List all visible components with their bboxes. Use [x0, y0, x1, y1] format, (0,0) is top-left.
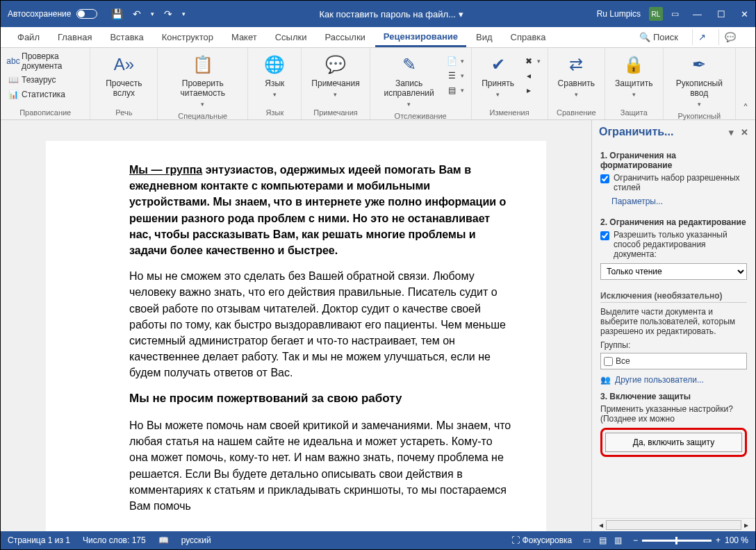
zoom-out-button[interactable]: − [633, 535, 638, 545]
print-layout-icon[interactable]: ▤ [596, 535, 609, 545]
save-icon[interactable]: 💾 [111, 8, 123, 19]
editing-type-select[interactable]: Только чтение [600, 263, 747, 280]
reject-icon: ✖ [523, 56, 534, 67]
section-1-title: 1. Ограничения на форматирование [600, 151, 747, 170]
read-aloud-button[interactable]: A» Прочесть вслух [96, 51, 151, 101]
panel-close-icon[interactable]: ✕ [741, 127, 748, 138]
exceptions-title: Исключения (необязательно) [600, 291, 747, 303]
users-icon: 👥 [600, 375, 611, 385]
spellcheck-status-icon[interactable]: 📖 [158, 535, 169, 545]
language-indicator[interactable]: русский [181, 535, 211, 545]
tab-help[interactable]: Справка [502, 28, 554, 46]
page-indicator[interactable]: Страница 1 из 1 [8, 535, 70, 545]
thesaurus-button[interactable]: 📖Тезаурус [6, 74, 84, 86]
paragraph-3: Но Вы можете помочь нам своей критикой и… [129, 417, 511, 514]
tab-review[interactable]: Рецензирование [375, 28, 466, 47]
link-my-gruppa[interactable]: Мы — группа [129, 164, 202, 176]
limit-formatting-checkbox[interactable]: Ограничить набор разрешенных стилей [600, 173, 747, 192]
group-label-protect: Защита [611, 107, 657, 118]
zoom-level[interactable]: 100 % [725, 535, 748, 545]
group-all-checkbox[interactable]: Все [604, 356, 743, 366]
scroll-right-icon[interactable]: ▸ [744, 520, 748, 530]
stats-button[interactable]: 📊Статистика [6, 88, 84, 101]
user-avatar[interactable]: RL [649, 7, 663, 21]
panel-menu-icon[interactable]: ▾ [729, 127, 734, 138]
group-label-changes: Изменения [477, 107, 542, 118]
web-layout-icon[interactable]: ▥ [611, 535, 625, 545]
reject-button[interactable]: ✖ [522, 55, 542, 67]
next-icon: ▸ [523, 85, 534, 96]
read-mode-icon[interactable]: ▭ [580, 535, 593, 545]
next-change-button[interactable]: ▸ [522, 84, 542, 97]
pane-icon: ▤ [447, 85, 458, 96]
section-3-text: Применить указанные настройки? (Позднее … [600, 404, 747, 424]
panel-hscroll[interactable]: ◂ ▸ [592, 518, 755, 531]
check-accessibility-button[interactable]: 📋 Проверить читаемость [163, 51, 242, 110]
limit-formatting-input[interactable] [600, 174, 609, 183]
more-users-link[interactable]: 👥 Другие пользователи... [600, 375, 747, 385]
redo-icon[interactable]: ↷ [164, 8, 172, 19]
stats-icon: 📊 [8, 89, 19, 100]
word-count[interactable]: Число слов: 175 [83, 535, 146, 545]
enable-protection-button[interactable]: Да, включить защиту [605, 433, 742, 452]
workspace: Мы — группа энтузиастов, одержимых идеей… [1, 120, 755, 531]
compare-button[interactable]: ⇄ Сравнить [554, 51, 599, 101]
ink-button[interactable]: ✒ Рукописный ввод [669, 51, 730, 110]
search-placeholder: Поиск [653, 32, 678, 42]
allow-editing-input[interactable] [600, 231, 609, 240]
undo-dd-icon[interactable]: ▾ [151, 10, 154, 17]
user-name[interactable]: Ru Lumpics [597, 9, 641, 19]
comment-icon: 💬 [325, 53, 346, 76]
spellcheck-button[interactable]: abcПроверка документа [6, 51, 84, 72]
language-icon: 🌐 [264, 53, 285, 76]
settings-link[interactable]: Параметры... [611, 197, 663, 206]
scroll-left-icon[interactable]: ◂ [599, 520, 603, 530]
minimize-button[interactable]: — [693, 9, 702, 19]
accept-button[interactable]: ✔ Принять [477, 51, 519, 101]
tab-design[interactable]: Конструктор [154, 28, 222, 46]
reviewing-pane-dd[interactable]: ▤ [445, 84, 466, 97]
panel-title: Ограничить... [599, 126, 673, 138]
protect-button[interactable]: 🔒 Защитить [611, 51, 657, 101]
group-all-input[interactable] [604, 357, 613, 366]
ribbon: abcПроверка документа 📖Тезаурус 📊Статист… [1, 48, 755, 120]
focus-mode[interactable]: ⛶ Фокусировка [511, 535, 572, 545]
autosave-toggle[interactable] [76, 9, 97, 19]
search-input[interactable]: 🔍 Поиск [639, 32, 678, 42]
comments-icon[interactable]: 💬 [718, 29, 741, 45]
collapse-ribbon-button[interactable]: ˄ [736, 98, 755, 119]
tab-mailings[interactable]: Рассылки [316, 28, 373, 46]
compare-icon: ⇄ [569, 53, 583, 76]
section-3-title: 3. Включение защиты [600, 392, 747, 401]
tab-home[interactable]: Главная [49, 28, 100, 46]
comments-button[interactable]: 💬 Примечания [307, 51, 363, 101]
maximize-button[interactable]: ☐ [717, 9, 725, 19]
ink-icon: ✒ [692, 53, 706, 76]
document-title[interactable]: Как поставить пароль на файл... ▾ [186, 9, 596, 19]
show-markup-dd[interactable]: ☰ [445, 69, 466, 82]
display-review-dd[interactable]: 📄 [445, 55, 466, 67]
allow-editing-checkbox[interactable]: Разрешить только указанный способ редакт… [600, 230, 747, 259]
document-area[interactable]: Мы — группа энтузиастов, одержимых идеей… [1, 120, 591, 531]
groups-list[interactable]: Все [600, 353, 747, 369]
share-icon[interactable]: ↗ [692, 29, 712, 45]
read-aloud-icon: A» [114, 53, 134, 76]
track-changes-icon: ✎ [402, 53, 416, 76]
doc-icon: 📄 [447, 56, 458, 67]
ribbon-mode-icon[interactable]: ▭ [671, 9, 679, 19]
undo-icon[interactable]: ↶ [133, 8, 141, 19]
tab-file[interactable]: Файл [9, 28, 48, 46]
group-label-speech: Речь [96, 107, 151, 118]
paragraph-1: Мы — группа энтузиастов, одержимых идеей… [129, 162, 511, 258]
track-changes-button[interactable]: ✎ Запись исправлений [376, 51, 443, 110]
prev-change-button[interactable]: ◂ [522, 69, 542, 82]
tab-view[interactable]: Вид [468, 28, 501, 46]
zoom-slider[interactable] [642, 540, 712, 542]
tab-references[interactable]: Ссылки [267, 28, 315, 46]
tab-layout[interactable]: Макет [223, 28, 265, 46]
language-button[interactable]: 🌐 Язык [254, 51, 295, 101]
close-button[interactable]: ✕ [741, 9, 748, 19]
document-page: Мы — группа энтузиастов, одержимых идеей… [46, 141, 546, 531]
tab-insert[interactable]: Вставка [101, 28, 151, 46]
zoom-in-button[interactable]: + [716, 535, 721, 545]
